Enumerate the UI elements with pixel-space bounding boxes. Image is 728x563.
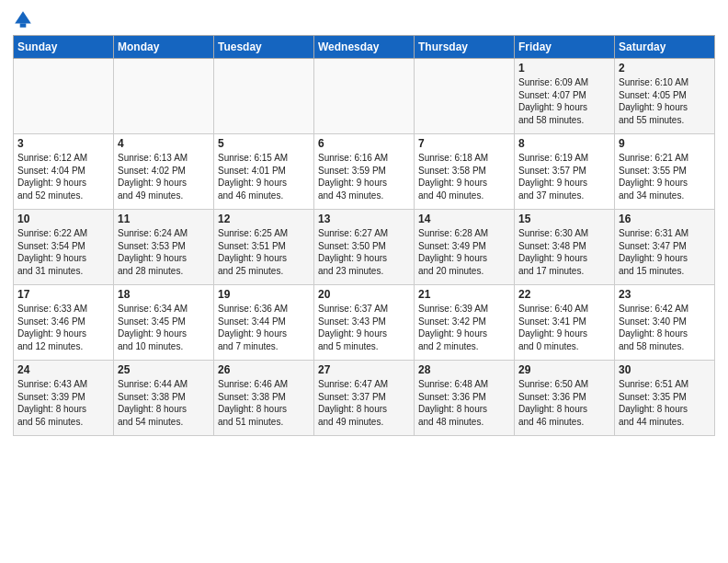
calendar-cell: 2Sunrise: 6:10 AM Sunset: 4:05 PM Daylig… <box>615 59 715 134</box>
weekday-header-friday: Friday <box>515 36 615 59</box>
calendar-cell: 5Sunrise: 6:15 AM Sunset: 4:01 PM Daylig… <box>214 134 314 210</box>
day-detail: Sunrise: 6:43 AM Sunset: 3:39 PM Dayligh… <box>17 378 109 428</box>
calendar-week-4: 24Sunrise: 6:43 AM Sunset: 3:39 PM Dayli… <box>14 361 715 436</box>
day-number: 11 <box>118 213 210 225</box>
day-number: 26 <box>218 363 310 376</box>
day-number: 9 <box>619 137 711 150</box>
day-detail: Sunrise: 6:15 AM Sunset: 4:01 PM Dayligh… <box>218 152 310 201</box>
calendar-cell: 8Sunrise: 6:19 AM Sunset: 3:57 PM Daylig… <box>515 134 615 210</box>
logo-icon <box>13 9 33 29</box>
day-detail: Sunrise: 6:27 AM Sunset: 3:50 PM Dayligh… <box>318 227 410 277</box>
calendar-cell: 14Sunrise: 6:28 AM Sunset: 3:49 PM Dayli… <box>415 210 515 285</box>
calendar-cell <box>214 59 314 134</box>
calendar-cell: 26Sunrise: 6:46 AM Sunset: 3:38 PM Dayli… <box>214 361 314 436</box>
calendar-cell: 15Sunrise: 6:30 AM Sunset: 3:48 PM Dayli… <box>515 210 615 285</box>
day-detail: Sunrise: 6:30 AM Sunset: 3:48 PM Dayligh… <box>518 227 610 277</box>
logo <box>13 9 37 29</box>
day-detail: Sunrise: 6:46 AM Sunset: 3:38 PM Dayligh… <box>218 378 310 428</box>
day-number: 18 <box>118 288 210 301</box>
day-detail: Sunrise: 6:40 AM Sunset: 3:41 PM Dayligh… <box>518 303 610 352</box>
calendar-cell <box>415 59 515 134</box>
day-number: 14 <box>418 213 510 225</box>
day-detail: Sunrise: 6:33 AM Sunset: 3:46 PM Dayligh… <box>17 303 109 352</box>
calendar-cell: 22Sunrise: 6:40 AM Sunset: 3:41 PM Dayli… <box>515 285 615 361</box>
day-number: 21 <box>418 288 510 301</box>
calendar-cell: 10Sunrise: 6:22 AM Sunset: 3:54 PM Dayli… <box>14 210 114 285</box>
calendar-week-1: 3Sunrise: 6:12 AM Sunset: 4:04 PM Daylig… <box>14 134 715 210</box>
day-detail: Sunrise: 6:18 AM Sunset: 3:58 PM Dayligh… <box>418 152 510 201</box>
calendar-cell: 3Sunrise: 6:12 AM Sunset: 4:04 PM Daylig… <box>14 134 114 210</box>
calendar-cell: 9Sunrise: 6:21 AM Sunset: 3:55 PM Daylig… <box>615 134 715 210</box>
day-number: 17 <box>17 288 109 301</box>
calendar-cell: 17Sunrise: 6:33 AM Sunset: 3:46 PM Dayli… <box>14 285 114 361</box>
day-detail: Sunrise: 6:25 AM Sunset: 3:51 PM Dayligh… <box>218 227 310 277</box>
calendar-cell: 16Sunrise: 6:31 AM Sunset: 3:47 PM Dayli… <box>615 210 715 285</box>
calendar-cell: 6Sunrise: 6:16 AM Sunset: 3:59 PM Daylig… <box>314 134 415 210</box>
day-number: 6 <box>318 137 410 150</box>
day-number: 22 <box>518 288 610 301</box>
calendar-cell: 20Sunrise: 6:37 AM Sunset: 3:43 PM Dayli… <box>314 285 415 361</box>
day-detail: Sunrise: 6:21 AM Sunset: 3:55 PM Dayligh… <box>619 152 711 201</box>
day-number: 27 <box>318 363 410 376</box>
calendar-cell <box>314 59 415 134</box>
weekday-header-sunday: Sunday <box>14 36 114 59</box>
header <box>13 9 715 29</box>
calendar-cell: 19Sunrise: 6:36 AM Sunset: 3:44 PM Dayli… <box>214 285 314 361</box>
day-detail: Sunrise: 6:09 AM Sunset: 4:07 PM Dayligh… <box>518 76 610 126</box>
day-detail: Sunrise: 6:42 AM Sunset: 3:40 PM Dayligh… <box>619 303 711 352</box>
calendar-cell <box>14 59 114 134</box>
weekday-header-monday: Monday <box>114 36 214 59</box>
calendar-cell: 23Sunrise: 6:42 AM Sunset: 3:40 PM Dayli… <box>615 285 715 361</box>
calendar-cell: 13Sunrise: 6:27 AM Sunset: 3:50 PM Dayli… <box>314 210 415 285</box>
calendar-cell: 1Sunrise: 6:09 AM Sunset: 4:07 PM Daylig… <box>515 59 615 134</box>
calendar-cell: 21Sunrise: 6:39 AM Sunset: 3:42 PM Dayli… <box>415 285 515 361</box>
day-detail: Sunrise: 6:16 AM Sunset: 3:59 PM Dayligh… <box>318 152 410 201</box>
calendar-week-2: 10Sunrise: 6:22 AM Sunset: 3:54 PM Dayli… <box>14 210 715 285</box>
day-number: 19 <box>218 288 310 301</box>
day-detail: Sunrise: 6:13 AM Sunset: 4:02 PM Dayligh… <box>118 152 210 201</box>
svg-marker-0 <box>15 11 31 23</box>
day-number: 28 <box>418 363 510 376</box>
day-detail: Sunrise: 6:39 AM Sunset: 3:42 PM Dayligh… <box>418 303 510 352</box>
day-number: 8 <box>518 137 610 150</box>
day-number: 15 <box>518 213 610 225</box>
day-number: 5 <box>218 137 310 150</box>
day-number: 20 <box>318 288 410 301</box>
calendar-cell: 25Sunrise: 6:44 AM Sunset: 3:38 PM Dayli… <box>114 361 214 436</box>
day-detail: Sunrise: 6:19 AM Sunset: 3:57 PM Dayligh… <box>518 152 610 201</box>
day-detail: Sunrise: 6:47 AM Sunset: 3:37 PM Dayligh… <box>318 378 410 428</box>
day-number: 3 <box>17 137 109 150</box>
day-detail: Sunrise: 6:48 AM Sunset: 3:36 PM Dayligh… <box>418 378 510 428</box>
day-detail: Sunrise: 6:34 AM Sunset: 3:45 PM Dayligh… <box>118 303 210 352</box>
calendar-cell: 4Sunrise: 6:13 AM Sunset: 4:02 PM Daylig… <box>114 134 214 210</box>
day-number: 30 <box>619 363 711 376</box>
day-detail: Sunrise: 6:12 AM Sunset: 4:04 PM Dayligh… <box>17 152 109 201</box>
day-number: 23 <box>619 288 711 301</box>
day-number: 13 <box>318 213 410 225</box>
calendar-cell: 11Sunrise: 6:24 AM Sunset: 3:53 PM Dayli… <box>114 210 214 285</box>
calendar-cell: 30Sunrise: 6:51 AM Sunset: 3:35 PM Dayli… <box>615 361 715 436</box>
weekday-header-wednesday: Wednesday <box>314 36 415 59</box>
day-number: 4 <box>118 137 210 150</box>
calendar-cell: 24Sunrise: 6:43 AM Sunset: 3:39 PM Dayli… <box>14 361 114 436</box>
calendar-cell: 12Sunrise: 6:25 AM Sunset: 3:51 PM Dayli… <box>214 210 314 285</box>
svg-rect-1 <box>20 23 27 27</box>
calendar-cell: 18Sunrise: 6:34 AM Sunset: 3:45 PM Dayli… <box>114 285 214 361</box>
calendar-cell: 27Sunrise: 6:47 AM Sunset: 3:37 PM Dayli… <box>314 361 415 436</box>
weekday-header-saturday: Saturday <box>615 36 715 59</box>
day-number: 16 <box>619 213 711 225</box>
day-number: 10 <box>17 213 109 225</box>
calendar-cell <box>114 59 214 134</box>
day-number: 12 <box>218 213 310 225</box>
calendar-header-row: SundayMondayTuesdayWednesdayThursdayFrid… <box>14 36 715 59</box>
calendar-week-0: 1Sunrise: 6:09 AM Sunset: 4:07 PM Daylig… <box>14 59 715 134</box>
day-number: 25 <box>118 363 210 376</box>
calendar-cell: 29Sunrise: 6:50 AM Sunset: 3:36 PM Dayli… <box>515 361 615 436</box>
calendar-week-3: 17Sunrise: 6:33 AM Sunset: 3:46 PM Dayli… <box>14 285 715 361</box>
day-detail: Sunrise: 6:50 AM Sunset: 3:36 PM Dayligh… <box>518 378 610 428</box>
day-number: 7 <box>418 137 510 150</box>
calendar-cell: 28Sunrise: 6:48 AM Sunset: 3:36 PM Dayli… <box>415 361 515 436</box>
day-number: 1 <box>518 62 610 75</box>
day-number: 29 <box>518 363 610 376</box>
day-detail: Sunrise: 6:44 AM Sunset: 3:38 PM Dayligh… <box>118 378 210 428</box>
